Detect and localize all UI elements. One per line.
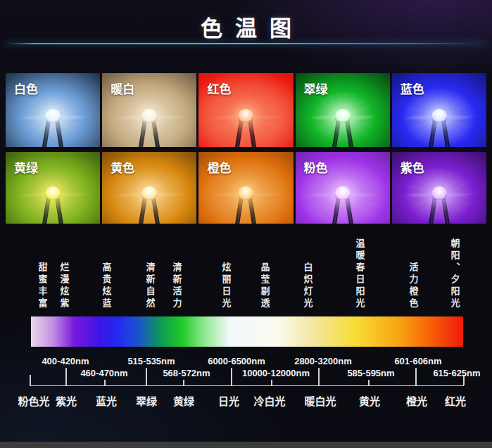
wavelength-label: 585-595nm bbox=[347, 368, 394, 378]
light-type-label: 黄光 bbox=[359, 393, 380, 408]
led-dome-icon bbox=[335, 109, 351, 122]
light-type-label: 冷白光 bbox=[253, 393, 285, 408]
led-dome-icon bbox=[141, 109, 157, 122]
led-grid: 白色 暖白 红色 翠绿 bbox=[6, 73, 486, 224]
led-label: 橙色 bbox=[207, 158, 231, 176]
wavelength-label: 6000-6500nm bbox=[208, 356, 265, 366]
led-dome-icon bbox=[335, 186, 351, 200]
axis-tick bbox=[146, 368, 147, 385]
led-label: 白色 bbox=[14, 79, 38, 97]
led-cell-blue: 蓝色 bbox=[392, 73, 486, 147]
led-cell-purple: 紫色 bbox=[392, 152, 486, 224]
led-cell-white: 白色 bbox=[6, 73, 100, 147]
mood-label: 晶莹剔透 bbox=[258, 262, 272, 310]
led-label: 黄色 bbox=[111, 158, 134, 176]
axis-tick bbox=[104, 380, 106, 385]
mood-label: 朝阳、夕阳光 bbox=[448, 238, 462, 310]
color-temperature-infographic: 色温图 白色 暖白 红色 bbox=[0, 0, 492, 448]
light-type-label: 蓝光 bbox=[96, 393, 117, 408]
wavelength-label: 10000-12000nm bbox=[242, 368, 310, 378]
light-type-label: 暖白光 bbox=[304, 393, 336, 408]
led-cell-warm-white: 暖白 bbox=[102, 73, 196, 147]
axis-tick bbox=[271, 380, 272, 385]
led-dome-icon bbox=[431, 109, 447, 122]
light-type-label: 粉色光 bbox=[18, 393, 49, 408]
axis-tick bbox=[30, 375, 31, 385]
led-cell-orange: 橙色 bbox=[198, 152, 293, 224]
mood-label: 活力橙色 bbox=[407, 262, 420, 310]
led-dome-icon bbox=[141, 186, 157, 200]
light-type-label: 日光 bbox=[218, 393, 239, 408]
mood-label: 炫丽日光 bbox=[220, 262, 233, 310]
mood-label: 温暖春日阳光 bbox=[353, 238, 367, 310]
led-label: 粉色 bbox=[304, 158, 328, 176]
page-title: 色温图 bbox=[0, 11, 492, 42]
axis-tick bbox=[415, 368, 417, 385]
led-dome-icon bbox=[238, 186, 253, 200]
led-label: 紫色 bbox=[400, 158, 424, 176]
wavelength-label: 601-606nm bbox=[394, 356, 441, 366]
mood-label: 烂漫炫紫 bbox=[58, 262, 71, 310]
axis-tick bbox=[368, 380, 370, 385]
mood-label: 高贵炫蓝 bbox=[100, 262, 113, 310]
title-divider bbox=[6, 43, 486, 44]
led-label: 翠绿 bbox=[304, 79, 328, 97]
led-dome-icon bbox=[45, 109, 61, 122]
led-label: 暖白 bbox=[111, 79, 134, 97]
axis-tick bbox=[65, 368, 67, 385]
led-label: 蓝色 bbox=[400, 79, 424, 97]
mood-label: 清新活力 bbox=[170, 262, 184, 310]
axis-baseline bbox=[30, 385, 464, 386]
wavelength-label: 615-625nm bbox=[433, 368, 480, 378]
wavelength-label: 568-572nm bbox=[163, 368, 210, 378]
led-cell-yellow: 黄色 bbox=[102, 152, 196, 224]
wavelength-label: 400-420nm bbox=[42, 356, 89, 366]
led-cell-yellow-green: 黄绿 bbox=[6, 152, 100, 224]
light-type-label: 紫光 bbox=[56, 393, 77, 408]
wavelength-label: 460-470nm bbox=[80, 368, 127, 378]
led-label: 红色 bbox=[207, 79, 231, 97]
led-dome-icon bbox=[431, 186, 447, 200]
light-type-label: 黄绿 bbox=[173, 393, 194, 408]
axis-tick bbox=[318, 368, 320, 385]
led-cell-emerald: 翠绿 bbox=[296, 73, 390, 147]
mood-label: 清新自然 bbox=[144, 262, 157, 310]
led-cell-pink: 粉色 bbox=[296, 152, 390, 224]
wavelength-label: 2800-3200nm bbox=[294, 356, 352, 366]
light-type-label: 橙光 bbox=[406, 393, 427, 408]
led-dome-icon bbox=[238, 109, 253, 122]
led-cell-red: 红色 bbox=[198, 73, 293, 147]
led-label: 黄绿 bbox=[14, 158, 38, 176]
mood-label: 白炽灯光 bbox=[301, 262, 315, 310]
mood-label: 甜蜜丰富 bbox=[36, 262, 49, 310]
footer-strip bbox=[0, 442, 492, 448]
light-type-label: 红光 bbox=[445, 393, 466, 408]
axis-tick bbox=[183, 380, 184, 385]
led-dome-icon bbox=[45, 186, 61, 200]
light-type-label: 翠绿 bbox=[136, 393, 157, 408]
wavelength-label: 515-535nm bbox=[127, 356, 175, 366]
axis-tick bbox=[231, 368, 232, 385]
spectrum-bar bbox=[31, 316, 463, 347]
